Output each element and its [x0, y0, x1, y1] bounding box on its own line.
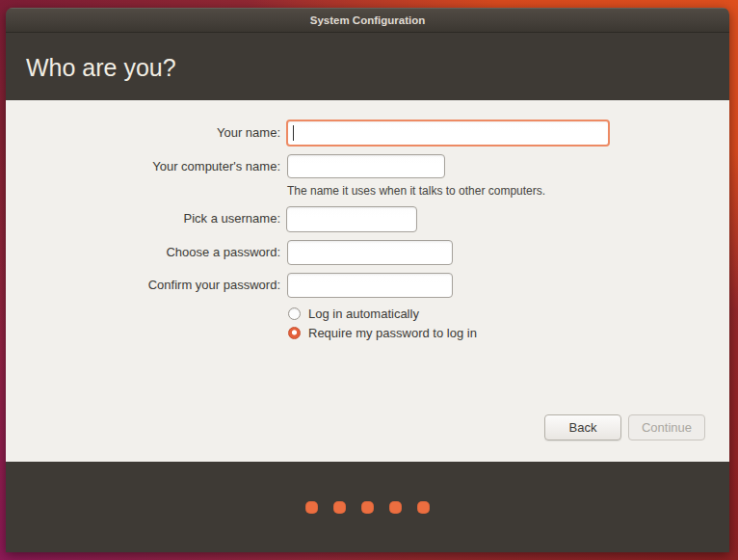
require-password-option[interactable]: Require my password to log in [288, 326, 477, 340]
computer-name-label: Your computer's name: [59, 160, 280, 173]
name-input[interactable] [286, 120, 610, 147]
progress-dot [389, 501, 402, 514]
confirm-password-input[interactable] [287, 273, 453, 298]
name-label: Your name: [59, 126, 280, 140]
confirm-password-label: Confirm your password: [59, 279, 280, 292]
progress-dot [361, 501, 374, 514]
username-label: Pick a username: [59, 212, 280, 226]
text-caret [293, 125, 294, 141]
back-button[interactable]: Back [544, 414, 621, 440]
form-area: Your name: Your computer's name: The nam… [6, 100, 729, 462]
progress-dot [333, 501, 346, 514]
progress-footer [6, 462, 729, 552]
installer-window: System Configuration Who are you? Your n… [6, 8, 729, 552]
continue-button[interactable]: Continue [628, 414, 705, 440]
window-title: System Configuration [310, 14, 425, 26]
require-password-label: Require my password to log in [308, 326, 477, 340]
password-input[interactable] [287, 240, 453, 265]
login-automatically-label: Log in automatically [308, 307, 419, 321]
login-automatically-option[interactable]: Log in automatically [288, 307, 419, 321]
computer-name-input[interactable] [287, 154, 445, 178]
username-input[interactable] [286, 206, 417, 232]
progress-dot [417, 501, 430, 514]
page-title: Who are you? [26, 55, 176, 82]
window-titlebar[interactable]: System Configuration [6, 8, 729, 33]
computer-name-hint: The name it uses when it talks to other … [287, 184, 545, 198]
page-header: Who are you? [6, 33, 729, 100]
radio-unselected-icon[interactable] [288, 307, 301, 320]
password-label: Choose a password: [59, 246, 280, 259]
progress-dot [305, 501, 318, 514]
radio-selected-icon[interactable] [288, 327, 301, 339]
